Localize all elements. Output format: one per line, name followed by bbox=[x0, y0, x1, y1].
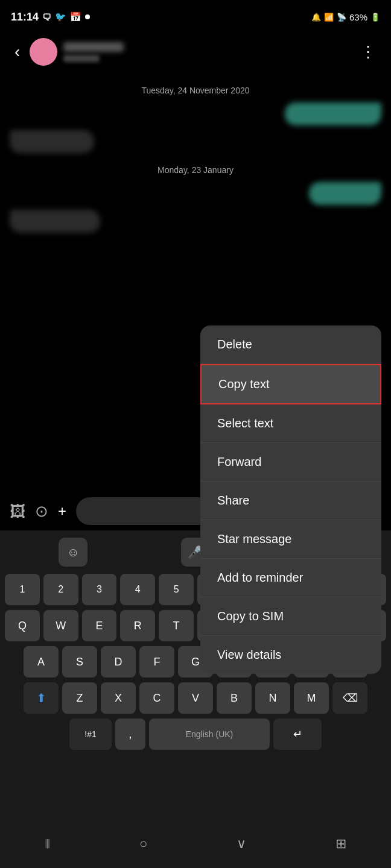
status-bar: 11:14 🗨 🐦 📅 🔔 📶 📡 63% 🔋 bbox=[0, 0, 391, 31]
key-w[interactable]: W bbox=[43, 610, 78, 641]
battery-icon: 🔋 bbox=[370, 13, 380, 22]
contact-status-blurred bbox=[63, 55, 100, 62]
menu-item-copy-text[interactable]: Copy text bbox=[200, 364, 381, 404]
key-s[interactable]: S bbox=[62, 646, 97, 678]
date-label-2: Monday, 23 January bbox=[10, 165, 381, 175]
home-icon: ○ bbox=[139, 836, 147, 851]
emoji-button[interactable]: ☺ bbox=[59, 538, 87, 567]
more-options-button[interactable]: ⋮ bbox=[355, 38, 381, 66]
context-menu: DeleteCopy textSelect textForwardShareSt… bbox=[200, 326, 381, 674]
key-1[interactable]: 1 bbox=[5, 574, 40, 605]
time-display: 11:14 bbox=[11, 11, 39, 24]
message-bubble-right-2 bbox=[309, 182, 381, 205]
bottom-row: !#1 , English (UK) ↵ bbox=[5, 719, 386, 750]
keyboard-icon: ⊞ bbox=[335, 836, 346, 851]
alarm-icon: 🔔 bbox=[311, 13, 321, 22]
key-x[interactable]: X bbox=[101, 682, 136, 714]
home-button[interactable]: ○ bbox=[125, 831, 162, 857]
key-c[interactable]: C bbox=[139, 682, 174, 714]
status-right-icons: 🔔 📶 📡 63% 🔋 bbox=[311, 12, 380, 22]
gallery-icon[interactable]: 🖼 bbox=[10, 502, 25, 521]
message-bubble-left-1 bbox=[10, 130, 94, 153]
recent-apps-button[interactable]: ⦀ bbox=[30, 831, 65, 857]
recent-apps-icon: ⦀ bbox=[45, 836, 50, 851]
key-m[interactable]: M bbox=[294, 682, 329, 714]
menu-item-share[interactable]: Share bbox=[200, 482, 381, 520]
status-time-area: 11:14 🗨 🐦 📅 bbox=[11, 11, 90, 24]
date-label-1: Tuesday, 24 November 2020 bbox=[10, 86, 381, 95]
menu-item-forward[interactable]: Forward bbox=[200, 443, 381, 482]
wifi-icon: 📶 bbox=[324, 13, 334, 22]
comma-key[interactable]: , bbox=[115, 719, 145, 750]
menu-item-delete[interactable]: Delete bbox=[200, 326, 381, 364]
shift-button[interactable]: ⬆ bbox=[24, 682, 59, 714]
key-v[interactable]: V bbox=[178, 682, 213, 714]
chat-area: Tuesday, 24 November 2020 Monday, 23 Jan… bbox=[0, 72, 391, 362]
special-chars-button[interactable]: !#1 bbox=[69, 719, 112, 750]
key-z[interactable]: Z bbox=[62, 682, 97, 714]
keyboard-button[interactable]: ⊞ bbox=[321, 831, 361, 857]
key-q[interactable]: Q bbox=[5, 610, 40, 641]
back-nav-icon: ∨ bbox=[237, 836, 246, 851]
menu-item-select-text[interactable]: Select text bbox=[200, 404, 381, 443]
message-bubble-right-1 bbox=[285, 102, 381, 125]
key-4[interactable]: 4 bbox=[120, 574, 155, 605]
camera-icon[interactable]: ⊙ bbox=[35, 502, 48, 521]
message-row-left-1 bbox=[10, 130, 381, 153]
navigation-bar: ⦀ ○ ∨ ⊞ bbox=[0, 820, 391, 868]
key-5[interactable]: 5 bbox=[159, 574, 194, 605]
key-3[interactable]: 3 bbox=[82, 574, 117, 605]
add-icon[interactable]: + bbox=[58, 503, 66, 520]
contact-name-blurred bbox=[63, 42, 124, 52]
emoji-icon: ☺ bbox=[67, 546, 79, 559]
back-nav-button[interactable]: ∨ bbox=[222, 831, 261, 857]
message-bubble-left-2 bbox=[10, 210, 100, 233]
key-2[interactable]: 2 bbox=[43, 574, 78, 605]
key-d[interactable]: D bbox=[101, 646, 136, 678]
message-row-right-2 bbox=[10, 182, 381, 205]
key-t[interactable]: T bbox=[159, 610, 194, 641]
top-bar: ‹ ⋮ bbox=[0, 31, 391, 72]
message-row-right-1 bbox=[10, 102, 381, 125]
backspace-button[interactable]: ⌫ bbox=[332, 682, 367, 714]
menu-item-view-details[interactable]: View details bbox=[200, 636, 381, 674]
key-r[interactable]: R bbox=[120, 610, 155, 641]
key-b[interactable]: B bbox=[217, 682, 252, 714]
message-icon: 🗨 bbox=[42, 12, 51, 22]
key-a[interactable]: A bbox=[24, 646, 59, 678]
contact-info bbox=[63, 42, 355, 62]
enter-key[interactable]: ↵ bbox=[273, 719, 322, 750]
contact-avatar bbox=[30, 38, 57, 66]
shift-arrow-icon: ⬆ bbox=[36, 691, 46, 705]
key-n[interactable]: N bbox=[255, 682, 290, 714]
menu-item-add-to-reminder[interactable]: Add to reminder bbox=[200, 559, 381, 597]
twitter-icon: 🐦 bbox=[55, 11, 66, 22]
dot-indicator bbox=[85, 14, 90, 19]
menu-item-copy-to-sim[interactable]: Copy to SIM bbox=[200, 597, 381, 636]
calendar-icon: 📅 bbox=[70, 11, 81, 22]
battery-label: 63% bbox=[349, 12, 367, 22]
space-key[interactable]: English (UK) bbox=[149, 719, 270, 750]
back-button[interactable]: ‹ bbox=[10, 37, 25, 66]
menu-item-star-message[interactable]: Star message bbox=[200, 520, 381, 559]
zxcv-row: ⬆ Z X C V B N M ⌫ bbox=[5, 682, 386, 714]
key-e[interactable]: E bbox=[82, 610, 117, 641]
signal-icon: 📡 bbox=[337, 13, 346, 22]
message-row-left-2 bbox=[10, 210, 381, 233]
key-f[interactable]: F bbox=[139, 646, 174, 678]
